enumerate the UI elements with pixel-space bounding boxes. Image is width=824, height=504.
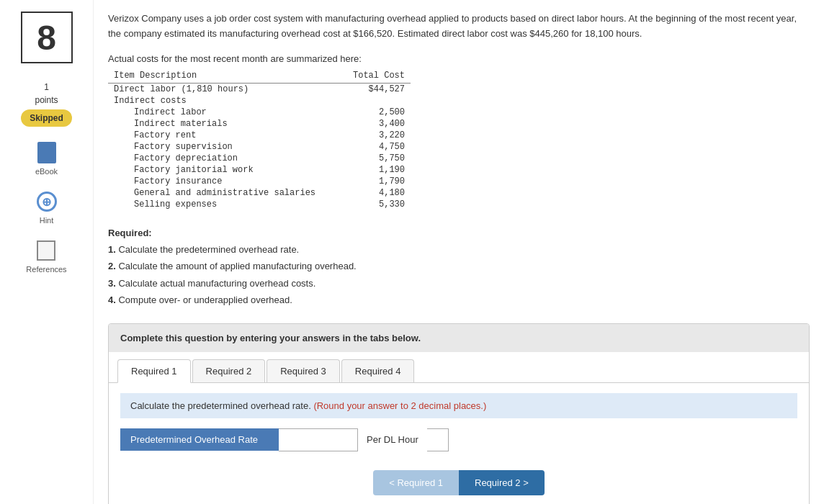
problem-text: Verizox Company uses a job order cost sy… <box>108 12 810 42</box>
instruction-bar: Calculate the predetermined overhead rat… <box>120 393 797 418</box>
input-row: Predetermined Overhead Rate Per DL Hour <box>120 428 797 451</box>
item-value: 3,220 <box>341 130 411 141</box>
tab-content: Calculate the predetermined overhead rat… <box>109 383 809 504</box>
table-row: Indirect costs <box>108 95 411 107</box>
problem-number: 8 <box>21 12 73 63</box>
item-value: 1,190 <box>341 164 411 176</box>
item-label: Factory supervision <box>108 141 341 153</box>
item-label: Direct labor (1,810 hours) <box>108 83 341 95</box>
sidebar-item-references[interactable]: References <box>26 239 66 274</box>
table-row: Factory supervision 4,750 <box>108 141 411 153</box>
tab-required-3[interactable]: Required 3 <box>267 359 340 382</box>
sidebar: 8 1 points Skipped eBook ⊕ Hint Referenc… <box>0 0 94 504</box>
tab-required-4[interactable]: Required 4 <box>341 359 415 382</box>
item-label: Factory janitorial work <box>108 164 341 176</box>
separator-cell <box>427 428 449 451</box>
table-row: Direct labor (1,810 hours) $44,527 <box>108 83 411 95</box>
table-row: Indirect labor 2,500 <box>108 107 411 118</box>
points-label: points <box>21 94 72 107</box>
table-row: Factory janitorial work 1,190 <box>108 164 411 176</box>
skipped-badge: Skipped <box>21 109 72 127</box>
required-item-2: 2. Calculate the amount of applied manuf… <box>108 258 810 274</box>
required-item-4: 4. Compute over- or underapplied overhea… <box>108 292 810 308</box>
answer-header: Complete this question by entering your … <box>109 324 809 352</box>
table-row: Factory rent 3,220 <box>108 130 411 141</box>
hint-label: Hint <box>40 216 54 225</box>
item-value: 4,180 <box>341 187 411 199</box>
item-value <box>341 95 411 107</box>
references-icon <box>35 239 58 262</box>
col-header-cost: Total Cost <box>341 70 411 84</box>
prev-button[interactable]: < Required 1 <box>373 470 459 495</box>
required-item-3: 3. Calculate actual manufacturing overhe… <box>108 275 810 292</box>
item-label: Factory rent <box>108 130 341 141</box>
predetermined-overhead-input[interactable] <box>279 428 358 451</box>
item-value: 3,400 <box>341 118 411 130</box>
item-value: 1,790 <box>341 176 411 187</box>
predetermined-overhead-label: Predetermined Overhead Rate <box>120 428 279 451</box>
item-value: 5,330 <box>341 199 411 210</box>
points-block: 1 points Skipped <box>21 81 72 127</box>
actual-costs-label: Actual costs for the most recent month a… <box>108 53 810 64</box>
cost-table: Item Description Total Cost Direct labor… <box>108 70 411 210</box>
points-value: 1 <box>21 81 72 94</box>
unit-label: Per DL Hour <box>358 434 427 445</box>
item-label: General and administrative salaries <box>108 187 341 199</box>
required-item-1: 1. Calculate the predetermined overhead … <box>108 241 810 258</box>
col-header-item: Item Description <box>108 70 341 84</box>
item-label: Indirect labor <box>108 107 341 118</box>
nav-buttons: < Required 1 Required 2 > <box>120 460 797 503</box>
table-row: Factory insurance 1,790 <box>108 176 411 187</box>
references-label: References <box>26 265 66 274</box>
instruction-highlight: (Round your answer to 2 decimal places.) <box>313 400 486 411</box>
item-value: 4,750 <box>341 141 411 153</box>
table-row: Factory depreciation 5,750 <box>108 153 411 164</box>
item-value: $44,527 <box>341 83 411 95</box>
item-value: 5,750 <box>341 153 411 164</box>
tab-required-2[interactable]: Required 2 <box>192 359 266 382</box>
item-label: Selling expenses <box>108 199 341 210</box>
item-label: Factory depreciation <box>108 153 341 164</box>
item-label: Indirect materials <box>108 118 341 130</box>
table-row: Indirect materials 3,400 <box>108 118 411 130</box>
table-row: General and administrative salaries 4,18… <box>108 187 411 199</box>
item-label: Factory insurance <box>108 176 341 187</box>
tabs-row: Required 1 Required 2 Required 3 Require… <box>109 352 809 383</box>
sidebar-item-hint[interactable]: ⊕ Hint <box>35 190 58 225</box>
book-icon <box>35 141 58 164</box>
item-value: 2,500 <box>341 107 411 118</box>
sidebar-item-ebook[interactable]: eBook <box>35 141 58 176</box>
answer-area: Complete this question by entering your … <box>108 323 810 504</box>
hint-icon: ⊕ <box>35 190 58 213</box>
required-heading: Required: <box>108 228 152 238</box>
tab-required-1[interactable]: Required 1 <box>117 359 191 383</box>
instruction-text: Calculate the predetermined overhead rat… <box>130 400 311 411</box>
required-section: Required: 1. Calculate the predetermined… <box>108 225 810 309</box>
item-label: Indirect costs <box>108 95 341 107</box>
next-button[interactable]: Required 2 > <box>459 470 545 495</box>
ebook-label: eBook <box>35 167 58 176</box>
table-row: Selling expenses 5,330 <box>108 199 411 210</box>
main-content: Verizox Company uses a job order cost sy… <box>94 0 824 504</box>
